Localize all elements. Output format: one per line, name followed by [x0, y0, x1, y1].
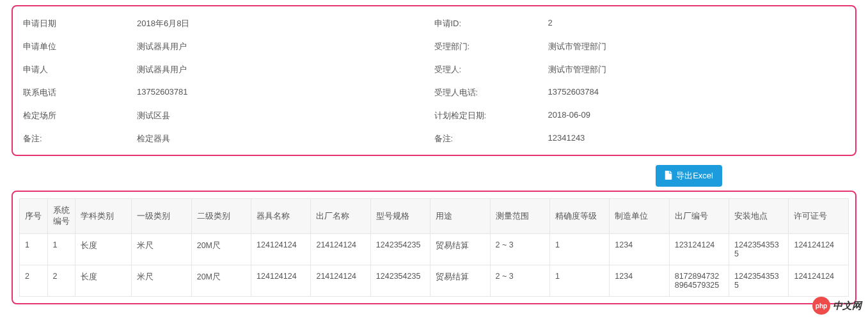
col-header-seq: 序号 — [20, 199, 48, 234]
info-row: 申请人 测试器具用户 受理人: 测试市管理部门 — [23, 64, 845, 75]
col-header-name: 器具名称 — [251, 199, 311, 234]
cell-model: 1242354235 — [370, 234, 430, 265]
info-cell-left: 联系电话 13752603781 — [23, 87, 434, 98]
watermark: php 中文网 — [812, 297, 862, 315]
export-button-label: 导出Excel — [676, 170, 713, 182]
cell-factoryno: 123124124 — [669, 234, 729, 265]
export-row: 导出Excel — [12, 165, 856, 187]
cell-use: 贸易结算 — [430, 265, 490, 297]
col-header-range: 测量范围 — [490, 199, 549, 234]
cell-seq: 1 — [20, 234, 48, 265]
col-header-factory: 出厂名称 — [311, 199, 370, 234]
cell-cat1: 米尺 — [132, 265, 191, 297]
cell-cat2: 20M尺 — [191, 234, 251, 265]
cell-sysno: 1 — [47, 234, 75, 265]
table-row: 2 2 长度 米尺 20M尺 124124124 214124124 12423… — [20, 265, 849, 297]
col-header-license: 许可证号 — [789, 199, 849, 234]
info-row: 检定场所 测试区县 计划检定日期: 2018-06-09 — [23, 110, 845, 121]
cell-cat2: 20M尺 — [191, 265, 251, 297]
info-label: 申请ID: — [434, 18, 548, 29]
cell-name: 124124124 — [251, 265, 311, 297]
info-cell-right: 备注: 12341243 — [434, 133, 846, 145]
cell-seq: 2 — [20, 265, 48, 297]
col-header-factoryno: 出厂编号 — [669, 199, 729, 234]
cell-license: 124124124 — [789, 234, 849, 265]
table-header-row: 序号 系统编号 学科类别 一级类别 二级类别 器具名称 出厂名称 型号规格 用途… — [20, 199, 849, 234]
cell-subject: 长度 — [75, 265, 132, 297]
cell-factory: 214124124 — [311, 265, 370, 297]
info-label: 申请人 — [23, 64, 137, 75]
col-header-use: 用途 — [430, 199, 490, 234]
export-excel-button[interactable]: 导出Excel — [656, 165, 722, 187]
cell-cat1: 米尺 — [132, 234, 191, 265]
info-cell-right: 受理人电话: 13752603784 — [434, 87, 846, 98]
col-header-install: 安装地点 — [729, 199, 789, 234]
info-label: 受理部门: — [434, 41, 548, 52]
info-label: 计划检定日期: — [434, 110, 548, 121]
cell-precision: 1 — [549, 265, 609, 297]
info-cell-right: 申请ID: 2 — [434, 18, 846, 29]
info-cell-left: 申请单位 测试器具用户 — [23, 41, 434, 52]
instrument-table-panel: 序号 系统编号 学科类别 一级类别 二级类别 器具名称 出厂名称 型号规格 用途… — [12, 191, 856, 304]
col-header-cat1: 一级类别 — [132, 199, 191, 234]
info-cell-left: 检定场所 测试区县 — [23, 110, 434, 121]
info-label: 备注: — [434, 133, 548, 145]
info-value: 测试器具用户 — [137, 41, 187, 52]
php-logo-icon: php — [812, 297, 830, 315]
col-header-cat2: 二级类别 — [191, 199, 251, 234]
file-icon — [665, 171, 672, 182]
instrument-table: 序号 系统编号 学科类别 一级类别 二级类别 器具名称 出厂名称 型号规格 用途… — [19, 198, 849, 297]
info-label: 检定场所 — [23, 110, 137, 121]
info-value: 2018-06-09 — [548, 110, 591, 121]
info-label: 受理人电话: — [434, 87, 548, 98]
info-value: 13752603781 — [137, 87, 188, 98]
col-header-maker: 制造单位 — [610, 199, 669, 234]
cell-name: 124124124 — [251, 234, 311, 265]
application-info-panel: 申请日期 2018年6月8日 申请ID: 2 申请单位 测试器具用户 受理部门:… — [12, 5, 856, 156]
info-value: 13752603784 — [548, 87, 599, 98]
col-header-sysno: 系统编号 — [47, 199, 75, 234]
cell-precision: 1 — [549, 234, 609, 265]
col-header-model: 型号规格 — [370, 199, 430, 234]
info-value: 测试市管理部门 — [548, 64, 606, 75]
cell-subject: 长度 — [75, 234, 132, 265]
info-label: 联系电话 — [23, 87, 137, 98]
info-value: 12341243 — [548, 133, 585, 145]
cell-install: 12423543535 — [729, 234, 789, 265]
info-label: 受理人: — [434, 64, 548, 75]
cell-install: 12423543535 — [729, 265, 789, 297]
col-header-precision: 精确度等级 — [549, 199, 609, 234]
info-value: 测试市管理部门 — [548, 41, 606, 52]
col-header-subject: 学科类别 — [75, 199, 132, 234]
info-cell-right: 受理部门: 测试市管理部门 — [434, 41, 846, 52]
info-cell-left: 申请人 测试器具用户 — [23, 64, 434, 75]
info-label: 申请单位 — [23, 41, 137, 52]
cell-use: 贸易结算 — [430, 234, 490, 265]
info-row: 申请单位 测试器具用户 受理部门: 测试市管理部门 — [23, 41, 845, 52]
info-row: 备注: 检定器具 备注: 12341243 — [23, 133, 845, 145]
info-cell-left: 备注: 检定器具 — [23, 133, 434, 145]
watermark-text: 中文网 — [833, 300, 862, 312]
info-cell-right: 计划检定日期: 2018-06-09 — [434, 110, 846, 121]
cell-model: 1242354235 — [370, 265, 430, 297]
cell-maker: 1234 — [610, 265, 669, 297]
table-row: 1 1 长度 米尺 20M尺 124124124 214124124 12423… — [20, 234, 849, 265]
info-label: 申请日期 — [23, 18, 137, 29]
cell-license: 124124124 — [789, 265, 849, 297]
cell-factory: 214124124 — [311, 234, 370, 265]
info-value: 2018年6月8日 — [137, 18, 189, 29]
info-label: 备注: — [23, 133, 137, 145]
cell-maker: 1234 — [610, 234, 669, 265]
info-value: 测试区县 — [137, 110, 170, 121]
info-value: 2 — [548, 18, 553, 29]
info-value: 检定器具 — [137, 133, 170, 145]
info-value: 测试器具用户 — [137, 64, 187, 75]
info-cell-right: 受理人: 测试市管理部门 — [434, 64, 846, 75]
info-cell-left: 申请日期 2018年6月8日 — [23, 18, 434, 29]
cell-sysno: 2 — [47, 265, 75, 297]
cell-factoryno: 81728947328964579325 — [669, 265, 729, 297]
info-row: 申请日期 2018年6月8日 申请ID: 2 — [23, 18, 845, 29]
cell-range: 2 ~ 3 — [490, 265, 549, 297]
cell-range: 2 ~ 3 — [490, 234, 549, 265]
info-row: 联系电话 13752603781 受理人电话: 13752603784 — [23, 87, 845, 98]
